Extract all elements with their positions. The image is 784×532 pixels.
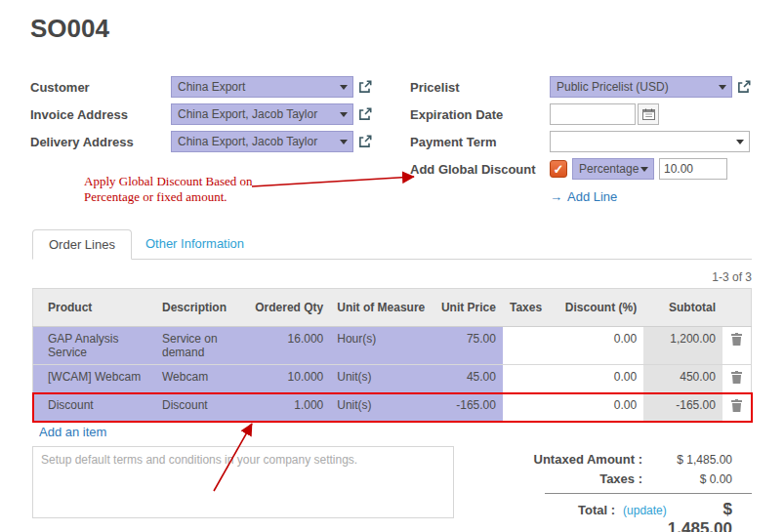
payment-term-select[interactable] [550, 131, 750, 152]
delete-row-icon[interactable] [729, 398, 744, 416]
cell-discount[interactable]: 0.00 [558, 327, 643, 365]
header-unit-of-measure[interactable]: Unit of Measure [330, 289, 434, 327]
global-discount-label: Add Global Discount [410, 162, 550, 177]
expiration-date-label: Expiration Date [410, 107, 550, 122]
header-product[interactable]: Product [33, 289, 156, 327]
cell-subtotal: 450.00 [643, 365, 722, 393]
expiration-date-input[interactable] [550, 103, 636, 125]
pricelist-label: Pricelist [410, 80, 550, 95]
pricelist-select[interactable]: Public Pricelist (USD) [550, 76, 732, 98]
totals-divider [545, 493, 752, 494]
discount-amount-input[interactable] [659, 158, 727, 180]
tab-order-lines[interactable]: Order Lines [32, 229, 132, 260]
add-line-button[interactable]: → Add Line [550, 189, 617, 204]
customer-field-row: Customer China Export [30, 76, 409, 98]
pricelist-external-link-icon[interactable] [736, 79, 753, 96]
cell-product[interactable]: Discount [33, 393, 156, 422]
delivery-address-external-link-icon[interactable] [357, 134, 374, 150]
untaxed-amount-value: $ 1,485.00 [642, 453, 752, 467]
tab-other-information[interactable]: Other Information [132, 228, 258, 259]
cell-description[interactable]: Discount [155, 393, 248, 422]
cell-discount[interactable]: 0.00 [558, 393, 643, 422]
discount-type-select[interactable]: Percentage [572, 158, 654, 180]
cell-taxes[interactable] [503, 327, 558, 365]
invoice-address-select[interactable]: China Export, Jacob Taylor [171, 103, 353, 125]
payment-term-label: Payment Term [410, 135, 550, 149]
taxes-value: $ 0.00 [642, 472, 752, 486]
customer-label: Customer [30, 80, 171, 95]
global-discount-field-row: Add Global Discount ✓ Percentage [410, 158, 776, 180]
notebook-tabs: Order Lines Other Information [32, 230, 752, 260]
cell-subtotal: 1,200.00 [643, 327, 722, 365]
global-discount-annotation: Apply Global Discount Based on Percentag… [84, 174, 269, 204]
delivery-address-select[interactable]: China Export, Jacob Taylor [171, 131, 353, 152]
delivery-address-value: China Export, Jacob Taylor [178, 135, 317, 148]
invoice-address-field-row: Invoice Address China Export, Jacob Tayl… [30, 103, 409, 125]
delete-row-icon[interactable] [729, 332, 744, 349]
discount-type-value: Percentage [579, 162, 639, 176]
invoice-address-value: China Export, Jacob Taylor [178, 107, 317, 121]
cell-uom[interactable]: Unit(s) [330, 365, 434, 393]
order-lines-table: Product Description Ordered Qty Unit of … [32, 288, 752, 422]
add-line-label: Add Line [567, 189, 617, 204]
header-unit-price[interactable]: Unit Price [434, 289, 503, 327]
terms-and-conditions-textarea[interactable] [32, 446, 454, 518]
pager[interactable]: 1-3 of 3 [712, 270, 752, 284]
customer-value: China Export [178, 80, 245, 94]
pricelist-value: Public Pricelist (USD) [557, 80, 669, 94]
cell-qty[interactable]: 1.000 [248, 393, 330, 422]
taxes-row: Taxes : $ 0.00 [508, 471, 752, 486]
update-total-link[interactable]: (update) [623, 504, 667, 517]
pricelist-field-row: Pricelist Public Pricelist (USD) [410, 76, 776, 98]
cell-qty[interactable]: 10.000 [248, 365, 330, 393]
table-header-row: Product Description Ordered Qty Unit of … [33, 289, 752, 327]
table-row-discount-highlighted[interactable]: Discount Discount 1.000 Unit(s) -165.00 … [33, 393, 752, 422]
delete-row-icon[interactable] [729, 370, 744, 388]
add-line-arrow-icon: → [550, 189, 562, 204]
cell-price[interactable]: -165.00 [434, 393, 503, 422]
untaxed-amount-row: Untaxed Amount : $ 1,485.00 [508, 452, 752, 467]
sale-order-page: SO004 Customer China Export Invoice Addr… [0, 0, 784, 532]
payment-term-field-row: Payment Term [410, 131, 776, 152]
header-discount[interactable]: Discount (%) [558, 289, 643, 327]
grand-total-value: $ 1,485.00 [667, 500, 752, 532]
totals-panel: Untaxed Amount : $ 1,485.00 Taxes : $ 0.… [508, 452, 752, 532]
header-taxes[interactable]: Taxes [503, 289, 558, 327]
header-ordered-qty[interactable]: Ordered Qty [248, 289, 330, 327]
cell-taxes[interactable] [503, 393, 558, 422]
cell-subtotal: -165.00 [643, 393, 722, 422]
header-subtotal[interactable]: Subtotal [643, 289, 722, 327]
cell-price[interactable]: 45.00 [434, 365, 503, 393]
header-actions [722, 289, 752, 327]
cell-uom[interactable]: Unit(s) [330, 393, 434, 422]
header-description[interactable]: Description [155, 289, 248, 327]
form-right-column: Pricelist Public Pricelist (USD) Expirat… [410, 76, 776, 205]
cell-product[interactable]: GAP Analysis Service [33, 327, 156, 365]
table-row[interactable]: GAP Analysis Service Service on demand 1… [33, 327, 752, 365]
checkmark-icon: ✓ [554, 162, 564, 177]
total-label: Total : [578, 503, 615, 517]
table-row[interactable]: [WCAM] Webcam Webcam 10.000 Unit(s) 45.0… [33, 365, 752, 393]
cell-description[interactable]: Service on demand [155, 327, 248, 365]
cell-uom[interactable]: Hour(s) [330, 327, 434, 365]
untaxed-amount-label: Untaxed Amount : [508, 452, 642, 467]
cell-taxes[interactable] [503, 365, 558, 393]
invoice-address-label: Invoice Address [30, 107, 171, 122]
cell-description[interactable]: Webcam [155, 365, 248, 393]
delivery-address-field-row: Delivery Address China Export, Jacob Tay… [30, 131, 409, 152]
cell-product[interactable]: [WCAM] Webcam [33, 365, 156, 393]
taxes-label: Taxes : [508, 471, 642, 486]
form-left-column: Customer China Export Invoice Address Ch… [30, 76, 409, 158]
customer-external-link-icon[interactable] [357, 79, 374, 96]
total-row: Total : (update) $ 1,485.00 [508, 500, 752, 532]
invoice-address-external-link-icon[interactable] [357, 106, 374, 123]
cell-price[interactable]: 75.00 [434, 327, 503, 365]
global-discount-checkbox[interactable]: ✓ [550, 160, 567, 178]
expiration-date-field-row: Expiration Date [410, 103, 776, 125]
cell-qty[interactable]: 16.000 [248, 327, 330, 365]
calendar-icon[interactable] [638, 103, 659, 125]
add-an-item-link[interactable]: Add an item [32, 419, 113, 445]
page-title: SO004 [30, 14, 109, 44]
customer-select[interactable]: China Export [171, 76, 353, 98]
cell-discount[interactable]: 0.00 [558, 365, 643, 393]
